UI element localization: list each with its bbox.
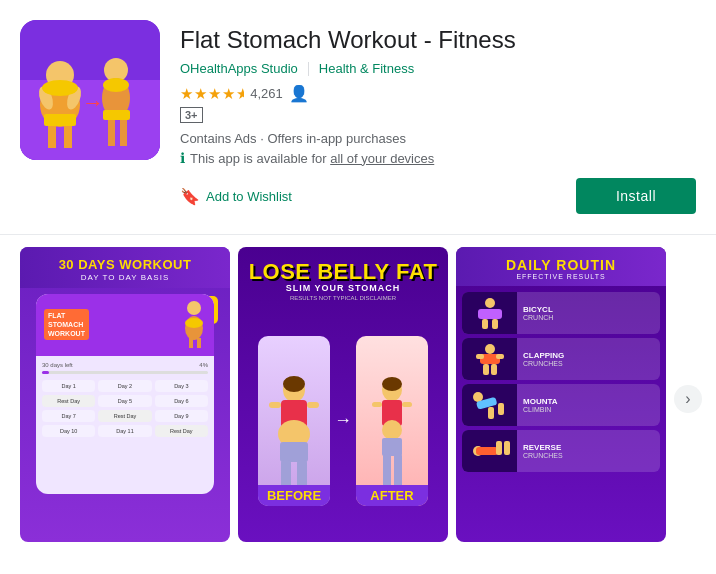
phone-content: 30 days left 4% Day 1 Day 2 Day 3 Rest D…: [36, 356, 214, 494]
age-badge: 3+: [180, 107, 203, 123]
day-cell: Day 3: [155, 380, 208, 392]
svg-point-40: [485, 298, 495, 308]
exercise-list: BICYCL CRUNCH: [456, 286, 666, 542]
svg-rect-26: [269, 402, 281, 408]
svg-rect-47: [496, 354, 504, 359]
day-grid: Day 1 Day 2 Day 3 Rest Day Day 5 Day 6 D…: [42, 380, 208, 437]
ss1-phone: FLATSTOMACHWORKOUT 30 days left 4%: [36, 294, 214, 494]
star-3: ★: [208, 85, 221, 103]
rating-row: ★ ★ ★ ★ ★ 4,261 👤: [180, 84, 696, 103]
svg-rect-20: [197, 338, 201, 348]
app-category[interactable]: Health & Fitness: [319, 61, 414, 76]
action-row: 🔖 Add to Wishlist Install: [180, 178, 696, 214]
app-developer[interactable]: OHealthApps Studio: [180, 61, 298, 76]
day-cell: Day 2: [98, 380, 151, 392]
svg-point-21: [185, 318, 203, 328]
exercise-row: MOUNTA CLIMBIN: [462, 384, 660, 426]
star-half: ★: [236, 85, 244, 103]
exercise-name-reverse: REVERSE: [523, 443, 654, 452]
exercise-sub-bicycle: CRUNCH: [523, 314, 654, 321]
app-meta-row: OHealthApps Studio Health & Fitness: [180, 61, 696, 76]
bookmark-icon: 🔖: [180, 187, 200, 206]
wishlist-button[interactable]: 🔖 Add to Wishlist: [180, 187, 292, 206]
day-cell: Day 11: [98, 425, 151, 437]
day-cell: Day 5: [98, 395, 151, 407]
days-left: 30 days left: [42, 362, 73, 368]
svg-rect-49: [491, 364, 497, 375]
svg-point-23: [283, 376, 305, 392]
svg-point-17: [187, 301, 201, 315]
exercise-sub-mountain: CLIMBIN: [523, 406, 654, 413]
ss2-subtitle: SLIM YOUR STOMACH: [286, 283, 401, 293]
screenshots-next-button[interactable]: ›: [674, 385, 702, 413]
progress-fill: [42, 371, 49, 374]
exercise-name-col: BICYCL CRUNCH: [517, 301, 660, 325]
exercise-name-col: CLAPPING CRUNCHES: [517, 347, 660, 371]
ss2-title: LOSE BELLY FAT: [249, 261, 438, 283]
rating-count: 4,261: [250, 86, 283, 101]
day-cell-rest: Rest Day: [98, 410, 151, 422]
app-title: Flat Stomach Workout - Fitness: [180, 24, 696, 55]
screenshot-1: 30 DAYS WORKOUT DAY TO DAY BASIS 📅 FLATS…: [20, 247, 230, 542]
exercise-name-col: MOUNTA CLIMBIN: [517, 393, 660, 417]
exercise-thumb-bicycle: [462, 292, 517, 334]
svg-rect-57: [504, 441, 510, 455]
svg-point-13: [42, 80, 78, 96]
figure-after: AFTER: [356, 336, 428, 506]
svg-rect-55: [476, 447, 498, 455]
screenshot-2: LOSE BELLY FAT SLIM YOUR STOMACH RESULTS…: [238, 247, 448, 542]
progress-row: 30 days left 4%: [42, 362, 208, 368]
ss3-title: DAILY ROUTIN: [466, 257, 656, 273]
app-header: → Flat Stomach Workout - Fitness OHealth…: [0, 0, 716, 230]
meta-divider: [308, 62, 309, 76]
svg-rect-53: [498, 403, 504, 415]
svg-text:→: →: [82, 90, 104, 115]
svg-rect-37: [382, 438, 402, 456]
day-cell: Day 9: [155, 410, 208, 422]
install-button[interactable]: Install: [576, 178, 696, 214]
day-cell: Day 1: [42, 380, 95, 392]
ss2-disclaimer: RESULTS NOT TYPICAL DISCLAIMER: [290, 295, 396, 301]
day-cell-rest: Rest Day: [155, 425, 208, 437]
svg-rect-27: [307, 402, 319, 408]
ss1-phone-header: FLATSTOMACHWORKOUT: [36, 294, 214, 356]
before-after-arrow: →: [334, 410, 352, 431]
screenshots-container: 30 DAYS WORKOUT DAY TO DAY BASIS 📅 FLATS…: [0, 235, 716, 552]
ss1-title: 30 DAYS WORKOUT: [30, 257, 220, 273]
app-icon: →: [20, 20, 160, 160]
exercise-name-bicycle: BICYCL: [523, 305, 654, 314]
before-label: BEFORE: [258, 485, 330, 506]
exercise-thumb-clapping: [462, 338, 517, 380]
day-cell: Day 10: [42, 425, 95, 437]
svg-rect-35: [372, 402, 382, 407]
progress-pct: 4%: [199, 362, 208, 368]
exercise-name-mountain: MOUNTA: [523, 397, 654, 406]
info-icon: ℹ: [180, 150, 185, 166]
svg-rect-43: [492, 319, 498, 329]
exercise-row: REVERSE CRUNCHES: [462, 430, 660, 472]
exercise-row: CLAPPING CRUNCHES: [462, 338, 660, 380]
devices-row: ℹ This app is available for all of your …: [180, 150, 696, 166]
exercise-sub-clapping: CRUNCHES: [523, 360, 654, 367]
svg-rect-52: [488, 407, 494, 419]
day-cell: Day 7: [42, 410, 95, 422]
day-cell: Day 6: [155, 395, 208, 407]
svg-rect-56: [496, 441, 502, 455]
svg-point-44: [485, 344, 495, 354]
ss2-figures: BEFORE →: [248, 309, 438, 542]
devices-link[interactable]: all of your devices: [330, 151, 434, 166]
screenshot-3: DAILY ROUTIN EFFECTIVE RESULTS: [456, 247, 666, 542]
ss1-header: 30 DAYS WORKOUT DAY TO DAY BASIS: [20, 247, 230, 288]
svg-rect-9: [108, 116, 115, 146]
svg-rect-28: [280, 442, 308, 462]
exercise-name-col: REVERSE CRUNCHES: [517, 439, 660, 463]
star-1: ★: [180, 85, 193, 103]
svg-point-50: [473, 392, 483, 402]
svg-point-34: [382, 420, 402, 440]
progress-bar: [42, 371, 208, 374]
exercise-thumb-reverse: [462, 430, 517, 472]
svg-rect-16: [103, 110, 130, 120]
svg-point-14: [103, 78, 129, 92]
svg-rect-36: [402, 402, 412, 407]
svg-point-32: [382, 377, 402, 391]
